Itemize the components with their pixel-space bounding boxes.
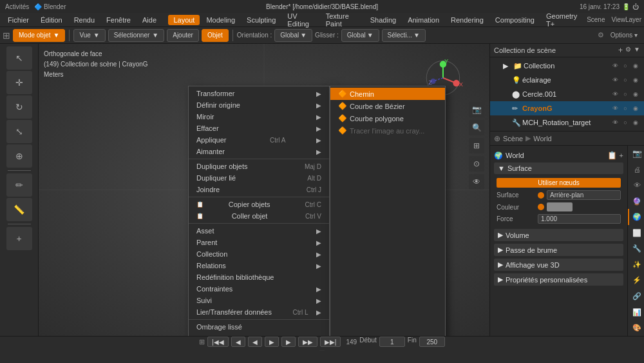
eye-icon-5[interactable]: 👁 [611,118,620,127]
fin-field[interactable]: 250 [419,337,445,347]
left-btn-cursor[interactable]: ↖ [6,46,32,70]
select-icon-3[interactable]: ○ [621,90,630,99]
volume-header[interactable]: ▶ Volume [494,229,623,241]
playback-start-btn[interactable]: |◀◀ [207,337,229,347]
playback-play-btn[interactable]: ▶ [265,337,279,347]
dd-joindre[interactable]: Joindre Ctrl J [189,184,329,195]
render-icon[interactable]: ◉ [631,61,640,70]
select-icon[interactable]: ○ [621,61,630,70]
prop-tab-scene[interactable]: 🔮 [628,193,644,210]
eye-icon-2[interactable]: 👁 [611,75,620,84]
dd-suivi[interactable]: Suivi ▶ [189,295,329,306]
tree-crayong[interactable]: ✏ CrayonG 👁 ○ ◉ [490,101,644,115]
dd-dupliquer-lie[interactable]: Dupliquer lié Alt D [189,172,329,184]
dd-ombrage-lisse-auto[interactable]: Ombrage lissé auto [189,333,329,336]
workspace-modeling[interactable]: Modeling [201,15,240,25]
left-btn-rotate[interactable]: ↻ [6,95,32,119]
playback-next-btn[interactable]: ▶▶ [298,337,317,347]
workspace-compositing[interactable]: Compositing [490,15,540,25]
dd-coller-objet[interactable]: 📋 Coller objet Ctrl V [189,210,329,222]
render-icon-3[interactable]: ◉ [631,90,640,99]
workspace-layout[interactable]: Layout [168,15,200,25]
use-nodes-btn[interactable]: Utiliser nœuds [497,178,621,188]
global2-btn[interactable]: Global ▼ [341,29,379,42]
scene-settings-btn[interactable]: ⚙ [625,46,631,55]
workspace-shading[interactable]: Shading [365,15,401,25]
tree-collection-root[interactable]: ▶ 📁 Collection 👁 ○ ◉ [490,59,644,73]
breadcrumb-scene[interactable]: Scène [503,135,523,142]
eye-icon[interactable]: 👁 [611,61,620,70]
dd-copier-objets[interactable]: 📋 Copier objets Ctrl C [189,199,329,210]
playback-prev-frame-btn[interactable]: ◀ [248,337,262,347]
debut-field[interactable]: 1 [379,337,405,347]
grid-btn[interactable]: ⊞ [469,138,484,153]
prop-tab-object[interactable]: ⬜ [628,225,644,241]
menu-edition[interactable]: Édition [35,15,68,25]
prop-tab-particles[interactable]: ✨ [628,257,644,273]
select-icon-4[interactable]: ○ [621,104,630,113]
menu-fenetre[interactable]: Fenêtre [101,15,136,25]
menu-fichier[interactable]: Fichier [3,15,34,25]
prop-tab-world[interactable]: 🌍 [628,209,644,225]
world-add-btn[interactable]: 📋 [607,151,617,160]
object-btn[interactable]: Objet [202,29,229,42]
workspace-animation[interactable]: Animation [402,15,444,25]
playback-prev-btn[interactable]: ◀ [231,337,245,347]
dd-collection[interactable]: Collection ▶ [189,248,329,260]
dd-redefinition[interactable]: Redéfinition bibliothèque [189,271,329,283]
dd-miroir[interactable]: Miroir ▶ [189,111,329,123]
workspace-geometry[interactable]: Geometry T+ [541,11,584,29]
prop-tab-view[interactable]: 👁 [628,177,644,193]
dd-definir-origine[interactable]: Définir origine ▶ [189,99,329,111]
prop-tab-render[interactable]: 📷 [628,146,644,162]
left-btn-annotate[interactable]: ✏ [6,173,32,197]
dd-appliquer[interactable]: Appliquer Ctrl A ▶ [189,134,329,146]
couleur-swatch[interactable] [547,202,573,211]
force-value[interactable]: 1.000 [538,214,621,224]
select-icon-5[interactable]: ○ [621,118,630,127]
select-btn[interactable]: Sélectionner ▼ [108,29,165,42]
left-btn-scale[interactable]: ⤡ [6,120,32,143]
snap-btn[interactable]: ⊙ [469,156,484,172]
dd-lier[interactable]: Lier/Transférer données Ctrl L ▶ [189,306,329,318]
tree-eclairage[interactable]: 💡 éclairage 👁 ○ ◉ [490,73,644,87]
viewport[interactable]: X Y Z Orthogonale de face (149) Collecti… [39,44,489,336]
eye-icon-4[interactable]: 👁 [611,104,620,113]
prop-tab-output[interactable]: 🖨 [628,162,644,178]
world-new-btn[interactable]: + [620,152,623,159]
prop-tab-material[interactable]: 🎨 [628,320,644,336]
render-icon-2[interactable]: ◉ [631,75,640,84]
workspace-rendering[interactable]: Rendering [446,15,489,25]
submenu-courbe-bezier[interactable]: 🔶 Courbe de Bézier [330,100,445,112]
workspace-texture[interactable]: Texture Paint [321,11,364,29]
dd-asset[interactable]: Asset ▶ [189,225,329,237]
dd-parent[interactable]: Parent ▶ [189,237,329,248]
prop-tab-modifier[interactable]: 🔧 [628,240,644,257]
vue-btn[interactable]: Vue ▼ [73,29,105,42]
options-btn[interactable]: Options ▾ [607,32,641,39]
breadcrumb-world[interactable]: World [533,135,552,142]
workspace-sculpting[interactable]: Sculpting [242,15,281,25]
left-btn-measure[interactable]: 📏 [6,198,32,221]
tree-cercle001[interactable]: ⬤ Cercle.001 👁 ○ ◉ [490,87,644,101]
render-icon-4[interactable]: ◉ [631,104,640,113]
left-btn-add[interactable]: + [6,227,32,250]
menu-rendu[interactable]: Rendu [69,15,100,25]
submenu-courbe-polygone[interactable]: 🔶 Courbe polygone [330,112,445,124]
prop-perso-header[interactable]: ▶ Propriétés personnalisées [494,273,623,286]
dd-dupliquer-objets[interactable]: Dupliquer objets Maj D [189,161,329,172]
filter-btn[interactable]: ▼ [634,46,640,55]
add-btn[interactable]: Ajouter [167,29,199,42]
dd-contraintes[interactable]: Contraintes ▶ [189,283,329,295]
surface-type-text[interactable]: Arrière-plan [547,190,621,200]
tree-mch-rotation[interactable]: 🔧 MCH_Rotation_target 👁 ○ ◉ [490,115,644,130]
menu-aide[interactable]: Aide [137,15,162,25]
select-icon-2[interactable]: ○ [621,75,630,84]
workspace-uv[interactable]: UV Editing [282,11,319,29]
dd-transformer[interactable]: Transformer ▶ [189,88,329,99]
playback-next-frame-btn[interactable]: ▶ [281,337,296,347]
passe-brume-header[interactable]: ▶ Passe de brume [494,244,623,256]
visibility-btn[interactable]: 👁 [469,174,484,190]
eye-icon-3[interactable]: 👁 [611,90,620,99]
surface-header[interactable]: ▼ Surface [494,162,623,174]
